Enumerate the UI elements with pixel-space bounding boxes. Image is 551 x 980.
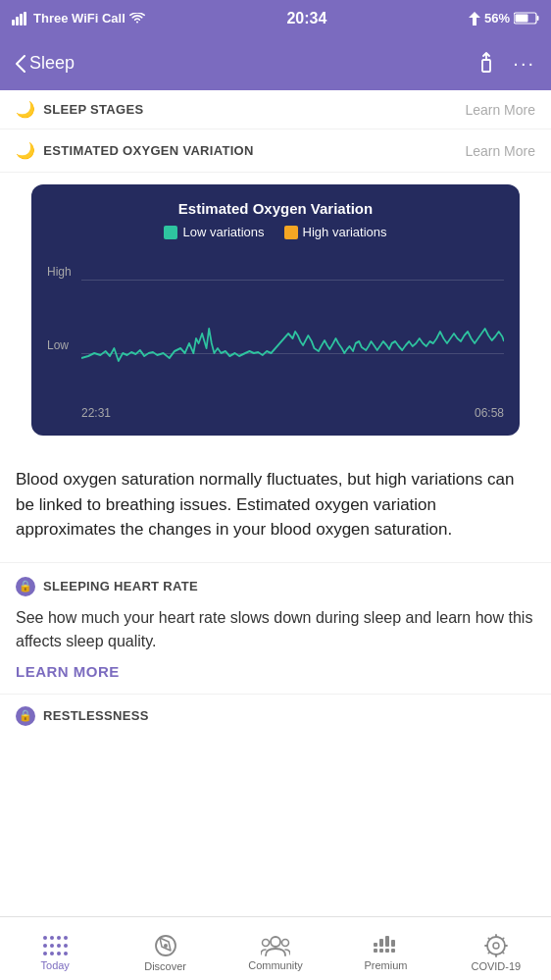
signal-icon <box>12 12 29 26</box>
legend-high: High variations <box>284 225 387 239</box>
tab-premium-label: Premium <box>364 959 407 971</box>
sleeping-heart-rate-section: 🔒 SLEEPING HEART RATE See how much your … <box>0 562 551 694</box>
svg-rect-1 <box>16 17 19 26</box>
svg-rect-2 <box>20 14 23 26</box>
svg-point-16 <box>43 952 47 955</box>
restlessness-icon: 🔒 <box>16 706 35 726</box>
svg-point-23 <box>271 937 280 947</box>
carrier-label: Three WiFi Call <box>33 11 125 26</box>
today-icon <box>42 935 68 956</box>
status-time: 20:34 <box>286 10 326 27</box>
tab-bar: Today Discover Community <box>0 916 551 980</box>
sleep-stages-learn-more[interactable]: Learn More <box>465 102 535 118</box>
svg-rect-5 <box>537 16 539 21</box>
svg-rect-30 <box>374 949 377 953</box>
oxygen-description: Blood oxygen saturation normally fluctua… <box>0 447 551 562</box>
svg-point-22 <box>164 944 168 948</box>
svg-rect-26 <box>374 943 377 947</box>
wifi-icon <box>129 13 145 25</box>
svg-point-19 <box>64 952 68 955</box>
tab-covid19[interactable]: COVID-19 <box>441 926 551 972</box>
tab-discover[interactable]: Discover <box>110 926 220 972</box>
battery-pct: 56% <box>484 11 510 26</box>
svg-point-9 <box>50 936 54 940</box>
svg-point-25 <box>282 939 289 946</box>
more-icon[interactable]: ··· <box>513 52 535 75</box>
location-icon <box>469 12 480 26</box>
svg-rect-31 <box>379 949 383 953</box>
svg-point-24 <box>263 939 270 946</box>
oxygen-icon: 🌙 <box>16 141 35 160</box>
svg-point-43 <box>493 943 499 949</box>
legend-low-label: Low variations <box>182 225 264 239</box>
sleep-stages-label: SLEEP STAGES <box>43 102 143 117</box>
sleeping-hr-description: See how much your heart rate slows down … <box>16 606 535 653</box>
chart-high-label: High <box>47 265 72 279</box>
legend-high-label: High variations <box>303 225 387 239</box>
restlessness-header: 🔒 RESTLESSNESS <box>16 706 535 726</box>
chart-title: Estimated Oxygen Variation <box>47 200 504 217</box>
svg-point-12 <box>43 944 47 948</box>
oxygen-variation-label: ESTIMATED OXYGEN VARIATION <box>43 143 253 158</box>
status-left: Three WiFi Call <box>12 11 145 26</box>
main-content: 🌙 SLEEP STAGES Learn More 🌙 ESTIMATED OX… <box>0 90 551 916</box>
oxygen-learn-more[interactable]: Learn More <box>465 143 535 159</box>
svg-rect-29 <box>391 940 395 947</box>
svg-line-41 <box>502 938 503 939</box>
share-icon[interactable] <box>476 52 497 76</box>
chart-time-end: 06:58 <box>475 406 504 420</box>
legend-high-dot <box>284 226 298 239</box>
tab-today-label: Today <box>41 959 70 971</box>
sleep-stages-left: 🌙 SLEEP STAGES <box>16 100 143 119</box>
covid-icon <box>484 934 508 957</box>
back-chevron-icon <box>16 55 25 73</box>
battery-icon <box>514 12 539 25</box>
back-button[interactable]: Sleep <box>16 53 75 74</box>
chart-time-start: 22:31 <box>81 406 111 420</box>
chart-line-svg <box>81 255 504 402</box>
svg-rect-28 <box>385 936 389 947</box>
tab-community[interactable]: Community <box>221 927 330 971</box>
community-icon <box>261 935 290 956</box>
svg-rect-33 <box>391 949 395 953</box>
premium-icon <box>373 935 398 956</box>
svg-rect-7 <box>482 60 490 72</box>
sleeping-hr-label: SLEEPING HEART RATE <box>43 579 198 593</box>
svg-point-8 <box>43 936 47 940</box>
svg-rect-0 <box>12 20 15 26</box>
sleeping-hr-learn-more[interactable]: LEARN MORE <box>16 663 120 680</box>
chart-section: Estimated Oxygen Variation Low variation… <box>0 173 551 447</box>
back-label: Sleep <box>29 53 75 74</box>
tab-today[interactable]: Today <box>0 927 110 971</box>
chart-legend: Low variations High variations <box>47 225 504 239</box>
svg-line-40 <box>502 952 503 953</box>
oxygen-variation-header: 🌙 ESTIMATED OXYGEN VARIATION Learn More <box>0 129 551 173</box>
nav-bar: Sleep Today ··· <box>0 36 551 90</box>
tab-covid19-label: COVID-19 <box>471 960 521 972</box>
svg-point-11 <box>64 936 68 940</box>
chart-low-label: Low <box>47 338 69 352</box>
svg-rect-27 <box>379 939 383 947</box>
legend-low: Low variations <box>164 225 264 239</box>
sleep-stages-icon: 🌙 <box>16 100 35 119</box>
svg-point-14 <box>57 944 61 948</box>
restlessness-label: RESTLESSNESS <box>43 708 149 723</box>
svg-point-10 <box>57 936 61 940</box>
heart-rate-icon: 🔒 <box>16 577 35 596</box>
chart-drawing-area: High Low <box>47 255 504 402</box>
oxygen-variation-left: 🌙 ESTIMATED OXYGEN VARIATION <box>16 141 254 160</box>
legend-low-dot <box>164 226 177 239</box>
tab-community-label: Community <box>248 959 303 971</box>
svg-rect-6 <box>516 15 528 23</box>
tab-premium[interactable]: Premium <box>330 927 440 971</box>
svg-rect-3 <box>24 12 26 26</box>
svg-line-42 <box>488 952 489 953</box>
svg-point-15 <box>64 944 68 948</box>
oxygen-chart: Estimated Oxygen Variation Low variation… <box>31 184 520 436</box>
chart-times: 22:31 06:58 <box>47 406 504 420</box>
svg-rect-32 <box>385 949 389 953</box>
restlessness-section: 🔒 RESTLESSNESS <box>0 694 551 726</box>
status-right: 56% <box>469 11 539 26</box>
svg-point-18 <box>57 952 61 955</box>
status-bar: Three WiFi Call 20:34 56% <box>0 0 551 36</box>
